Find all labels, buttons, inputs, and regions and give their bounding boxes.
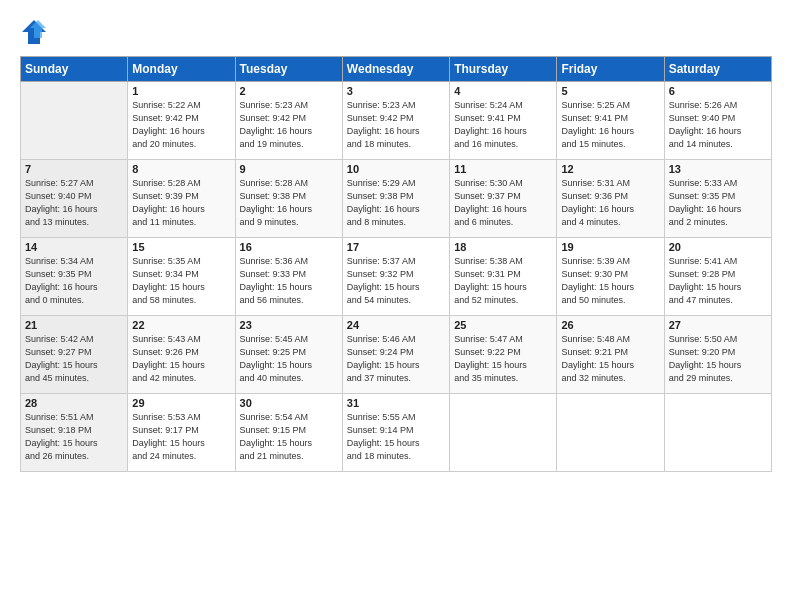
calendar-cell: 24Sunrise: 5:46 AMSunset: 9:24 PMDayligh… — [342, 316, 449, 394]
day-info: Sunrise: 5:43 AMSunset: 9:26 PMDaylight:… — [132, 333, 230, 385]
day-info: Sunrise: 5:23 AMSunset: 9:42 PMDaylight:… — [347, 99, 445, 151]
day-number: 18 — [454, 241, 552, 253]
calendar-cell: 8Sunrise: 5:28 AMSunset: 9:39 PMDaylight… — [128, 160, 235, 238]
header-row: SundayMondayTuesdayWednesdayThursdayFrid… — [21, 57, 772, 82]
calendar-cell: 22Sunrise: 5:43 AMSunset: 9:26 PMDayligh… — [128, 316, 235, 394]
calendar-cell: 18Sunrise: 5:38 AMSunset: 9:31 PMDayligh… — [450, 238, 557, 316]
col-header-friday: Friday — [557, 57, 664, 82]
calendar-cell: 23Sunrise: 5:45 AMSunset: 9:25 PMDayligh… — [235, 316, 342, 394]
calendar-cell: 27Sunrise: 5:50 AMSunset: 9:20 PMDayligh… — [664, 316, 771, 394]
logo — [20, 18, 52, 46]
day-number: 13 — [669, 163, 767, 175]
calendar-cell: 5Sunrise: 5:25 AMSunset: 9:41 PMDaylight… — [557, 82, 664, 160]
day-info: Sunrise: 5:28 AMSunset: 9:38 PMDaylight:… — [240, 177, 338, 229]
day-info: Sunrise: 5:30 AMSunset: 9:37 PMDaylight:… — [454, 177, 552, 229]
day-info: Sunrise: 5:46 AMSunset: 9:24 PMDaylight:… — [347, 333, 445, 385]
calendar-cell: 12Sunrise: 5:31 AMSunset: 9:36 PMDayligh… — [557, 160, 664, 238]
week-row-1: 1Sunrise: 5:22 AMSunset: 9:42 PMDaylight… — [21, 82, 772, 160]
calendar-cell: 30Sunrise: 5:54 AMSunset: 9:15 PMDayligh… — [235, 394, 342, 472]
day-info: Sunrise: 5:50 AMSunset: 9:20 PMDaylight:… — [669, 333, 767, 385]
day-info: Sunrise: 5:48 AMSunset: 9:21 PMDaylight:… — [561, 333, 659, 385]
day-info: Sunrise: 5:31 AMSunset: 9:36 PMDaylight:… — [561, 177, 659, 229]
day-info: Sunrise: 5:37 AMSunset: 9:32 PMDaylight:… — [347, 255, 445, 307]
day-number: 11 — [454, 163, 552, 175]
calendar-cell: 4Sunrise: 5:24 AMSunset: 9:41 PMDaylight… — [450, 82, 557, 160]
day-number: 21 — [25, 319, 123, 331]
col-header-wednesday: Wednesday — [342, 57, 449, 82]
day-number: 29 — [132, 397, 230, 409]
day-number: 16 — [240, 241, 338, 253]
day-number: 23 — [240, 319, 338, 331]
day-number: 20 — [669, 241, 767, 253]
day-info: Sunrise: 5:34 AMSunset: 9:35 PMDaylight:… — [25, 255, 123, 307]
day-number: 10 — [347, 163, 445, 175]
calendar-cell: 28Sunrise: 5:51 AMSunset: 9:18 PMDayligh… — [21, 394, 128, 472]
calendar-cell: 15Sunrise: 5:35 AMSunset: 9:34 PMDayligh… — [128, 238, 235, 316]
header — [20, 18, 772, 46]
day-number: 3 — [347, 85, 445, 97]
day-info: Sunrise: 5:39 AMSunset: 9:30 PMDaylight:… — [561, 255, 659, 307]
day-info: Sunrise: 5:24 AMSunset: 9:41 PMDaylight:… — [454, 99, 552, 151]
calendar-cell: 9Sunrise: 5:28 AMSunset: 9:38 PMDaylight… — [235, 160, 342, 238]
day-number: 5 — [561, 85, 659, 97]
calendar-cell: 21Sunrise: 5:42 AMSunset: 9:27 PMDayligh… — [21, 316, 128, 394]
day-number: 28 — [25, 397, 123, 409]
day-info: Sunrise: 5:38 AMSunset: 9:31 PMDaylight:… — [454, 255, 552, 307]
day-number: 14 — [25, 241, 123, 253]
calendar-cell: 3Sunrise: 5:23 AMSunset: 9:42 PMDaylight… — [342, 82, 449, 160]
calendar-cell: 16Sunrise: 5:36 AMSunset: 9:33 PMDayligh… — [235, 238, 342, 316]
day-info: Sunrise: 5:25 AMSunset: 9:41 PMDaylight:… — [561, 99, 659, 151]
day-info: Sunrise: 5:42 AMSunset: 9:27 PMDaylight:… — [25, 333, 123, 385]
day-info: Sunrise: 5:36 AMSunset: 9:33 PMDaylight:… — [240, 255, 338, 307]
day-number: 1 — [132, 85, 230, 97]
calendar-cell — [450, 394, 557, 472]
day-info: Sunrise: 5:28 AMSunset: 9:39 PMDaylight:… — [132, 177, 230, 229]
week-row-3: 14Sunrise: 5:34 AMSunset: 9:35 PMDayligh… — [21, 238, 772, 316]
day-info: Sunrise: 5:23 AMSunset: 9:42 PMDaylight:… — [240, 99, 338, 151]
calendar-table: SundayMondayTuesdayWednesdayThursdayFrid… — [20, 56, 772, 472]
day-info: Sunrise: 5:55 AMSunset: 9:14 PMDaylight:… — [347, 411, 445, 463]
day-number: 8 — [132, 163, 230, 175]
day-number: 19 — [561, 241, 659, 253]
col-header-monday: Monday — [128, 57, 235, 82]
day-number: 30 — [240, 397, 338, 409]
calendar-cell: 31Sunrise: 5:55 AMSunset: 9:14 PMDayligh… — [342, 394, 449, 472]
day-number: 25 — [454, 319, 552, 331]
day-number: 17 — [347, 241, 445, 253]
day-number: 24 — [347, 319, 445, 331]
day-number: 27 — [669, 319, 767, 331]
logo-icon — [20, 18, 48, 46]
calendar-cell: 6Sunrise: 5:26 AMSunset: 9:40 PMDaylight… — [664, 82, 771, 160]
calendar-cell: 26Sunrise: 5:48 AMSunset: 9:21 PMDayligh… — [557, 316, 664, 394]
day-number: 15 — [132, 241, 230, 253]
calendar-cell: 10Sunrise: 5:29 AMSunset: 9:38 PMDayligh… — [342, 160, 449, 238]
day-number: 12 — [561, 163, 659, 175]
col-header-saturday: Saturday — [664, 57, 771, 82]
calendar-cell — [21, 82, 128, 160]
day-info: Sunrise: 5:41 AMSunset: 9:28 PMDaylight:… — [669, 255, 767, 307]
calendar-cell: 1Sunrise: 5:22 AMSunset: 9:42 PMDaylight… — [128, 82, 235, 160]
day-number: 9 — [240, 163, 338, 175]
col-header-thursday: Thursday — [450, 57, 557, 82]
calendar-cell: 11Sunrise: 5:30 AMSunset: 9:37 PMDayligh… — [450, 160, 557, 238]
col-header-sunday: Sunday — [21, 57, 128, 82]
day-info: Sunrise: 5:26 AMSunset: 9:40 PMDaylight:… — [669, 99, 767, 151]
calendar-cell — [664, 394, 771, 472]
calendar-cell: 17Sunrise: 5:37 AMSunset: 9:32 PMDayligh… — [342, 238, 449, 316]
col-header-tuesday: Tuesday — [235, 57, 342, 82]
week-row-5: 28Sunrise: 5:51 AMSunset: 9:18 PMDayligh… — [21, 394, 772, 472]
week-row-2: 7Sunrise: 5:27 AMSunset: 9:40 PMDaylight… — [21, 160, 772, 238]
day-info: Sunrise: 5:51 AMSunset: 9:18 PMDaylight:… — [25, 411, 123, 463]
day-info: Sunrise: 5:54 AMSunset: 9:15 PMDaylight:… — [240, 411, 338, 463]
day-info: Sunrise: 5:47 AMSunset: 9:22 PMDaylight:… — [454, 333, 552, 385]
day-info: Sunrise: 5:45 AMSunset: 9:25 PMDaylight:… — [240, 333, 338, 385]
day-info: Sunrise: 5:27 AMSunset: 9:40 PMDaylight:… — [25, 177, 123, 229]
day-number: 4 — [454, 85, 552, 97]
week-row-4: 21Sunrise: 5:42 AMSunset: 9:27 PMDayligh… — [21, 316, 772, 394]
day-info: Sunrise: 5:53 AMSunset: 9:17 PMDaylight:… — [132, 411, 230, 463]
calendar-cell: 7Sunrise: 5:27 AMSunset: 9:40 PMDaylight… — [21, 160, 128, 238]
calendar-cell: 29Sunrise: 5:53 AMSunset: 9:17 PMDayligh… — [128, 394, 235, 472]
calendar-cell: 13Sunrise: 5:33 AMSunset: 9:35 PMDayligh… — [664, 160, 771, 238]
calendar-cell: 20Sunrise: 5:41 AMSunset: 9:28 PMDayligh… — [664, 238, 771, 316]
calendar-cell: 14Sunrise: 5:34 AMSunset: 9:35 PMDayligh… — [21, 238, 128, 316]
